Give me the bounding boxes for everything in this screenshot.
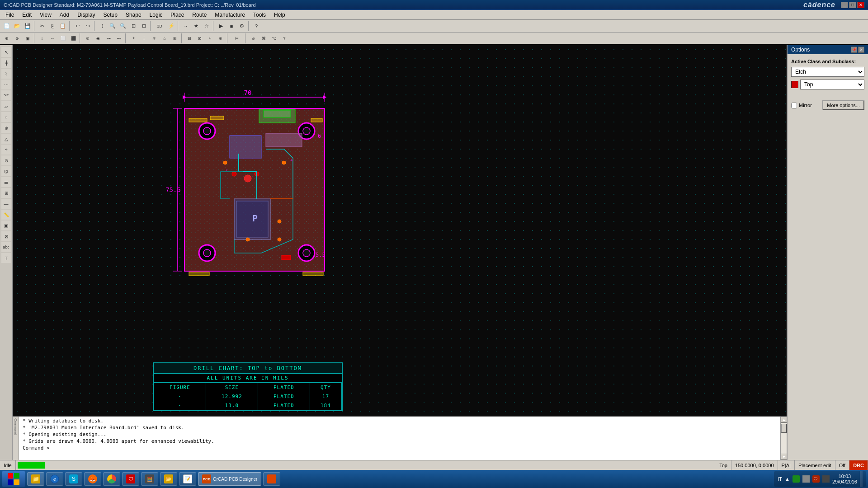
tool-15[interactable]: ▣	[1, 221, 11, 230]
tb-highlight[interactable]: ★	[191, 21, 201, 31]
taskbar-manager[interactable]	[263, 472, 280, 486]
tb2-8[interactable]: ⊙	[83, 33, 93, 43]
tb-open[interactable]: 📂	[12, 21, 22, 31]
scroll-down-button[interactable]: ▼	[781, 454, 787, 460]
taskbar-firefox[interactable]: 🦊	[84, 472, 101, 486]
tool-13[interactable]: ⊞	[1, 188, 11, 198]
tb2-11[interactable]: ⊷	[114, 33, 124, 43]
tb-config[interactable]: ⚙	[237, 21, 247, 31]
tb2-19[interactable]: ≈	[205, 33, 215, 43]
options-close-button[interactable]: ✕	[858, 47, 864, 53]
tool-7[interactable]: ⊕	[1, 123, 11, 133]
minimize-button[interactable]: _	[841, 2, 848, 8]
tool-2[interactable]: ⌇	[1, 69, 11, 79]
tb-zoom-sel[interactable]: ⊞	[139, 21, 149, 31]
mirror-checkbox[interactable]	[791, 103, 797, 108]
taskbar-explorer[interactable]: 📁	[27, 472, 44, 486]
options-pin-button[interactable]: 📌	[851, 47, 857, 53]
tool-6[interactable]: ○	[1, 112, 11, 122]
menu-add[interactable]: Add	[56, 11, 73, 19]
tb-undo[interactable]: ↩	[72, 21, 82, 31]
tb-select[interactable]: ⊹	[97, 21, 107, 31]
more-options-button[interactable]: More options...	[822, 100, 864, 110]
tb2-17[interactable]: ⊟	[184, 33, 194, 43]
tool-14[interactable]: —	[1, 199, 11, 209]
close-button[interactable]: ✕	[857, 2, 864, 8]
tb2-14[interactable]: ≋	[149, 33, 159, 43]
tb2-18[interactable]: ⊠	[195, 33, 205, 43]
tool-text[interactable]: abc	[1, 242, 11, 252]
tb2-help2[interactable]: ?	[279, 33, 289, 43]
tool-11[interactable]: ⌬	[1, 166, 11, 176]
tool-3[interactable]: ⋯	[1, 80, 11, 89]
tb-design-rule[interactable]: ⚡	[166, 21, 176, 31]
show-desktop-button[interactable]	[860, 471, 863, 487]
tb-3d[interactable]: 3D	[153, 21, 166, 31]
tb-ratsnest[interactable]: ~	[181, 21, 191, 31]
tool-5[interactable]: ▱	[1, 101, 11, 111]
tb2-3[interactable]: ▣	[23, 33, 33, 43]
taskbar-antivirus[interactable]: 🛡	[122, 472, 139, 486]
tb2-16[interactable]: ⊞	[170, 33, 180, 43]
tool-9[interactable]: ⌖	[1, 145, 11, 155]
menu-help[interactable]: Help	[270, 11, 289, 19]
tb2-6[interactable]: ⬜	[58, 33, 68, 43]
menu-display[interactable]: Display	[74, 11, 99, 19]
tb-zoom-fit[interactable]: ⊡	[128, 21, 138, 31]
tb-help[interactable]: ?	[251, 21, 261, 31]
menu-edit[interactable]: Edit	[19, 11, 35, 19]
tool-10[interactable]: ⊙	[1, 155, 11, 165]
tb2-7[interactable]: ⬛	[68, 33, 78, 43]
scroll-thumb[interactable]	[781, 424, 787, 433]
tb2-20[interactable]: ⊛	[216, 33, 226, 43]
tb2-1[interactable]: ⊕	[2, 33, 12, 43]
menu-view[interactable]: View	[36, 11, 55, 19]
tb-save[interactable]: 💾	[23, 21, 33, 31]
tool-16[interactable]: ⊠	[1, 231, 11, 241]
menu-tools[interactable]: Tools	[250, 11, 269, 19]
tb2-snap[interactable]: ⌀	[248, 33, 258, 43]
menu-place[interactable]: Place	[167, 11, 188, 19]
tb-zoom-in[interactable]: 🔍	[108, 21, 118, 31]
menu-manufacture[interactable]: Manufacture	[211, 11, 249, 19]
tb2-prop[interactable]: ⌘	[259, 33, 269, 43]
tb2-align[interactable]: ⊨	[230, 33, 244, 43]
tb-copy[interactable]: ⎘	[47, 21, 57, 31]
taskbar-skype[interactable]: S	[65, 472, 82, 486]
tb-stop[interactable]: ■	[226, 21, 236, 31]
taskbar-ie[interactable]: e	[46, 472, 63, 486]
tb-new[interactable]: 📄	[2, 21, 12, 31]
start-button[interactable]	[2, 471, 25, 487]
taskbar-chrome[interactable]	[103, 472, 120, 486]
taskbar-notepad[interactable]: 📝	[179, 472, 196, 486]
tool-select[interactable]: ↖	[1, 47, 11, 57]
taskbar-orcad[interactable]: PCB OrCAD PCB Designer	[198, 472, 261, 486]
menu-logic[interactable]: Logic	[146, 11, 166, 19]
tb2-script[interactable]: ⌥	[269, 33, 279, 43]
menu-shape[interactable]: Shape	[122, 11, 145, 19]
tb2-13[interactable]: ⋮	[139, 33, 149, 43]
tool-17[interactable]: ⌶	[1, 253, 11, 263]
subclass-select[interactable]: Top	[800, 80, 864, 89]
taskbar-calculator[interactable]: 🧮	[141, 472, 158, 486]
tool-4[interactable]: ⌤	[1, 90, 11, 100]
scroll-up-button[interactable]: ▲	[781, 417, 787, 423]
tb-zoom-out[interactable]: 🔍	[118, 21, 128, 31]
tb2-10[interactable]: ⊶	[104, 33, 113, 43]
taskbar-folder[interactable]: 📂	[160, 472, 177, 486]
class-select[interactable]: Etch	[791, 67, 864, 77]
tb2-5[interactable]: ↔	[47, 33, 57, 43]
tb2-15[interactable]: ⌂	[160, 33, 170, 43]
tb-dehighlight[interactable]: ☆	[202, 21, 212, 31]
menu-file[interactable]: File	[2, 11, 18, 19]
tb2-9[interactable]: ◉	[93, 33, 103, 43]
tb-cut[interactable]: ✂	[37, 21, 47, 31]
tool-ruler[interactable]: 📏	[1, 210, 11, 220]
tb-paste[interactable]: 📋	[58, 21, 68, 31]
tool-12[interactable]: ☰	[1, 177, 11, 187]
menu-route[interactable]: Route	[189, 11, 210, 19]
tb-run[interactable]: ▶	[216, 21, 226, 31]
tb2-4[interactable]: ↕	[37, 33, 47, 43]
tool-8[interactable]: △	[1, 134, 11, 144]
maximize-button[interactable]: □	[849, 2, 856, 8]
